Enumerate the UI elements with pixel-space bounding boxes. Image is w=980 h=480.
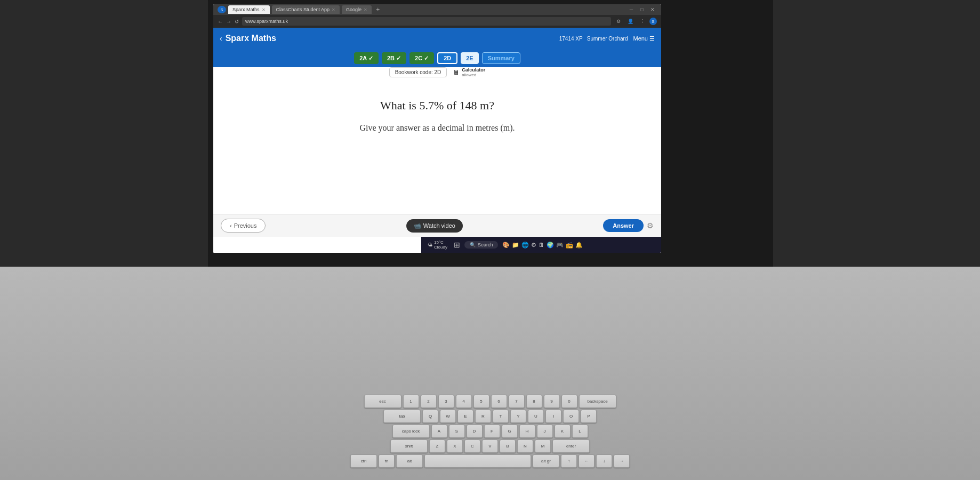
key-9[interactable]: 9: [544, 395, 560, 408]
settings-icon[interactable]: ⚙: [647, 221, 654, 230]
key-7[interactable]: 7: [509, 395, 525, 408]
key-altgr[interactable]: alt gr: [533, 454, 559, 468]
browser-profile-btn[interactable]: S: [649, 18, 657, 25]
tab-summary[interactable]: Summary: [482, 52, 520, 64]
taskbar-icon-8[interactable]: 📻: [566, 242, 573, 249]
taskbar-icon-1[interactable]: 🎨: [502, 242, 510, 249]
key-2[interactable]: 2: [421, 395, 437, 408]
key-backspace[interactable]: backspace: [579, 395, 616, 408]
key-1[interactable]: 1: [403, 395, 419, 408]
key-up[interactable]: ↑: [561, 454, 577, 468]
key-tab[interactable]: tab: [383, 410, 421, 423]
key-q[interactable]: Q: [422, 410, 438, 423]
watch-video-button[interactable]: 📹 Watch video: [406, 219, 463, 233]
key-v[interactable]: V: [482, 439, 498, 453]
previous-button[interactable]: ‹ Previous: [221, 219, 266, 233]
key-a[interactable]: A: [431, 425, 447, 438]
key-esc[interactable]: esc: [364, 395, 401, 408]
browser-tab-classcharts[interactable]: ClassCharts Student App ✕: [272, 5, 340, 14]
key-right[interactable]: →: [614, 454, 630, 468]
key-r[interactable]: R: [475, 410, 491, 423]
taskbar-icon-4[interactable]: ⚙: [531, 242, 536, 249]
back-arrow-icon[interactable]: ‹: [220, 34, 222, 43]
key-t[interactable]: T: [493, 410, 509, 423]
key-p[interactable]: P: [581, 410, 597, 423]
key-o[interactable]: O: [563, 410, 579, 423]
key-0[interactable]: 0: [561, 395, 577, 408]
taskbar-start[interactable]: ⊞: [452, 241, 462, 249]
tab-2e[interactable]: 2E: [461, 52, 478, 64]
taskbar-icon-6[interactable]: 🌍: [547, 242, 554, 249]
key-shift[interactable]: shift: [390, 439, 428, 453]
key-m[interactable]: M: [535, 439, 551, 453]
xp-value: 17414 XP: [559, 36, 583, 42]
browser-tab-sparxmaths[interactable]: Sparx Maths ✕: [228, 5, 270, 14]
taskbar-app-icons: 🎨 📁 🌐 ⚙ 🗓 🌍 🎮 📻 🔔: [500, 242, 585, 249]
key-down[interactable]: ↓: [596, 454, 612, 468]
url-input[interactable]: www.sparxmaths.uk: [242, 17, 611, 26]
taskbar-icon-7[interactable]: 🎮: [556, 242, 564, 249]
keyboard-row-asdf: caps lock A S D F G H J K L: [392, 425, 588, 438]
tab-close-sparx[interactable]: ✕: [262, 7, 266, 12]
tab-classcharts-label: ClassCharts Student App: [276, 7, 330, 12]
key-n[interactable]: N: [517, 439, 533, 453]
key-g[interactable]: G: [502, 425, 518, 438]
key-3[interactable]: 3: [438, 395, 454, 408]
answer-button[interactable]: Answer: [603, 219, 644, 232]
key-space[interactable]: [424, 454, 531, 468]
tab-close-classcharts[interactable]: ✕: [332, 7, 335, 12]
back-button[interactable]: ←: [218, 19, 223, 25]
screen-inner: S Sparx Maths ✕ ClassCharts Student App …: [213, 4, 661, 253]
taskbar-icon-3[interactable]: 🌐: [521, 242, 529, 249]
menu-button[interactable]: Menu ☰: [633, 35, 655, 42]
browser-tab-google[interactable]: Google ✕: [342, 5, 372, 14]
window-close-btn[interactable]: ✕: [648, 5, 657, 14]
forward-button[interactable]: →: [226, 19, 231, 25]
tab-2b[interactable]: 2B ✓: [382, 52, 406, 64]
key-e[interactable]: E: [457, 410, 473, 423]
key-alt[interactable]: alt: [396, 454, 423, 468]
key-s[interactable]: S: [449, 425, 465, 438]
taskbar-search-box[interactable]: 🔍 Search: [464, 241, 499, 249]
key-y[interactable]: Y: [510, 410, 526, 423]
key-d[interactable]: D: [467, 425, 483, 438]
key-b[interactable]: B: [500, 439, 516, 453]
tab-2d[interactable]: 2D: [437, 52, 457, 64]
extensions-icon[interactable]: ⚙: [614, 17, 623, 26]
key-z[interactable]: Z: [429, 439, 445, 453]
key-capslock[interactable]: caps lock: [392, 425, 430, 438]
key-f[interactable]: F: [484, 425, 500, 438]
tab-close-google[interactable]: ✕: [364, 7, 367, 12]
menu-label: Menu: [633, 35, 648, 42]
tab-2c[interactable]: 2C ✓: [409, 52, 434, 64]
taskbar-icon-2[interactable]: 📁: [512, 242, 519, 249]
key-5[interactable]: 5: [473, 395, 489, 408]
key-j[interactable]: J: [537, 425, 553, 438]
key-i[interactable]: I: [545, 410, 561, 423]
key-enter[interactable]: enter: [552, 439, 590, 453]
key-k[interactable]: K: [555, 425, 571, 438]
key-h[interactable]: H: [519, 425, 535, 438]
key-8[interactable]: 8: [526, 395, 542, 408]
key-l[interactable]: L: [572, 425, 588, 438]
key-left[interactable]: ←: [579, 454, 595, 468]
tab-google-label: Google: [346, 7, 362, 12]
key-c[interactable]: C: [464, 439, 480, 453]
tab-2a[interactable]: 2A ✓: [354, 52, 379, 64]
key-x[interactable]: X: [447, 439, 463, 453]
key-6[interactable]: 6: [491, 395, 507, 408]
window-maximize-btn[interactable]: □: [638, 5, 646, 14]
key-4[interactable]: 4: [456, 395, 472, 408]
taskbar-icon-9[interactable]: 🔔: [575, 242, 583, 249]
taskbar-icon-5[interactable]: 🗓: [539, 242, 544, 248]
key-w[interactable]: W: [440, 410, 456, 423]
window-minimize-btn[interactable]: ─: [627, 5, 636, 14]
key-fn[interactable]: fn: [379, 454, 395, 468]
key-u[interactable]: U: [528, 410, 544, 423]
refresh-button[interactable]: ↺: [235, 19, 239, 25]
profile-icon[interactable]: 👤: [626, 17, 634, 26]
more-options-icon[interactable]: ⋮: [638, 17, 646, 26]
key-ctrl[interactable]: ctrl: [350, 454, 377, 468]
new-tab-button[interactable]: +: [376, 6, 380, 13]
keyboard-row-bottom: ctrl fn alt alt gr ↑ ← ↓ →: [350, 454, 630, 468]
